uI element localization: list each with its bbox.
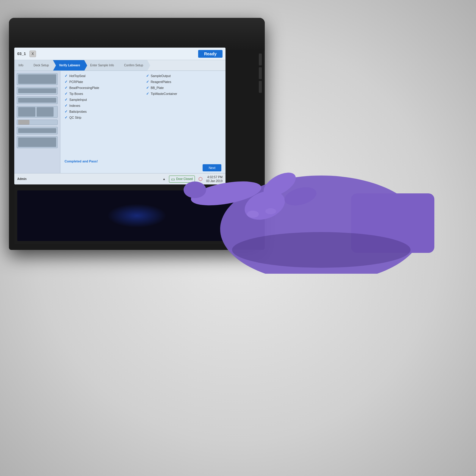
step-enter-sample-info[interactable]: Enter Sample Info bbox=[84, 60, 118, 71]
instrument-lower-body bbox=[14, 187, 259, 244]
next-button[interactable]: Next bbox=[203, 164, 221, 171]
deck-slot-3 bbox=[17, 96, 58, 104]
network-icon: ⬡ bbox=[198, 176, 203, 182]
checklist-left: ✓ HotTopSeal ✓ PCRPlate ✓ BeadProcessing… bbox=[65, 74, 140, 154]
blue-light-glow bbox=[107, 204, 167, 228]
check-tipboxes: ✓ Tip Boxes bbox=[65, 92, 140, 96]
deck-diagram bbox=[14, 71, 60, 173]
check-indexes: ✓ Indexes bbox=[65, 104, 140, 108]
check-beadprocessingplate: ✓ BeadProcessingPlate bbox=[65, 86, 140, 90]
app-header: 03_1 X Ready bbox=[14, 48, 226, 60]
deck-slot-4 bbox=[17, 106, 58, 118]
check-sampleinput: ✓ SampleInput bbox=[65, 98, 140, 102]
status-date-text: 03 Jan 2019 bbox=[206, 179, 223, 183]
check-baits: ✓ Baits/probes bbox=[65, 109, 140, 114]
checklist-right: ✓ SampleOutput ✓ ReagentPlates ✓ BB_Plat… bbox=[146, 74, 222, 154]
check-reagentplates: ✓ ReagentPlates bbox=[146, 80, 222, 84]
screen-bezel: 03_1 X Ready Info Deck Setup Verify Labw… bbox=[14, 48, 226, 184]
side-vents bbox=[259, 48, 262, 93]
status-bar: Admin ▲ ▭ Door Closed ⬡ 4:02:57 PM 03 Ja… bbox=[14, 173, 226, 184]
close-button[interactable]: X bbox=[29, 51, 36, 57]
status-time-text: 4:02:57 PM bbox=[206, 175, 223, 179]
vent-slot-1 bbox=[259, 54, 262, 65]
app-title: 03_1 bbox=[17, 51, 26, 56]
step-deck-setup[interactable]: Deck Setup bbox=[28, 60, 53, 71]
check-bbplate: ✓ BB_Plate bbox=[146, 86, 222, 90]
check-sampleoutput: ✓ SampleOutput bbox=[146, 74, 222, 78]
instrument-top-bezel bbox=[9, 18, 265, 51]
deck-slot-2 bbox=[17, 87, 58, 95]
check-tipwastecontainer: ✓ TipWasteContainer bbox=[146, 92, 222, 96]
instrument-body: 03_1 X Ready Info Deck Setup Verify Labw… bbox=[9, 18, 265, 250]
status-user: Admin bbox=[17, 177, 26, 181]
deck-slot-5 bbox=[17, 120, 58, 125]
check-hottopseal: ✓ HotTopSeal bbox=[65, 74, 140, 78]
checklist-area: ✓ HotTopSeal ✓ PCRPlate ✓ BeadProcessing… bbox=[60, 71, 226, 157]
step-info[interactable]: Info bbox=[14, 60, 28, 71]
deck-slot-6 bbox=[17, 127, 58, 134]
instrument-chamber bbox=[17, 190, 256, 241]
status-door: ▭ Door Closed bbox=[169, 176, 195, 183]
status-datetime: 4:02:57 PM 03 Jan 2019 bbox=[206, 175, 223, 183]
step-verify-labware[interactable]: Verify Labware bbox=[53, 60, 84, 71]
deck-slot-7 bbox=[17, 136, 58, 148]
action-area: Next bbox=[60, 163, 226, 173]
check-qcstrip: ✓ QC Strip bbox=[65, 115, 140, 120]
completion-text: Completed and Pass! bbox=[60, 159, 226, 163]
steps-navigation: Info Deck Setup Verify Labware Enter Sam… bbox=[14, 60, 226, 71]
ready-badge: Ready bbox=[198, 50, 223, 58]
check-pcrplate: ✓ PCRPlate bbox=[65, 80, 140, 84]
door-status-text: Door Closed bbox=[176, 177, 193, 181]
vent-slot-2 bbox=[259, 67, 262, 79]
deck-slot-1 bbox=[17, 73, 58, 85]
touchscreen[interactable]: 03_1 X Ready Info Deck Setup Verify Labw… bbox=[14, 48, 226, 184]
main-content: ✓ HotTopSeal ✓ PCRPlate ✓ BeadProcessing… bbox=[14, 71, 226, 173]
vent-slot-3 bbox=[259, 81, 262, 93]
step-confirm-setup[interactable]: Confirm Setup bbox=[118, 60, 147, 71]
door-icon: ▭ bbox=[171, 177, 175, 181]
